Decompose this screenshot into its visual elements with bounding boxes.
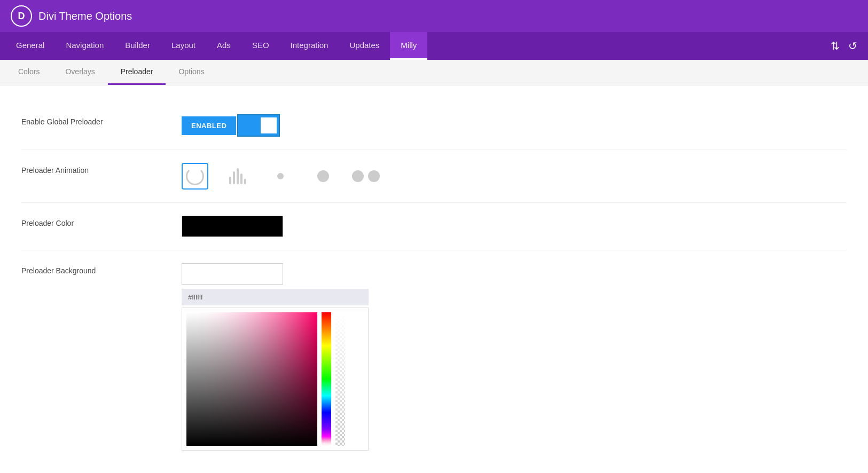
preloader-color-label: Preloader Color xyxy=(21,216,182,227)
toggle-thumb xyxy=(261,117,277,133)
anim-option-dot-double[interactable] xyxy=(353,163,379,190)
subtabs: Colors Overlays Preloader Options xyxy=(0,60,868,85)
nav-icons: ⇅ ↺ xyxy=(825,32,863,60)
setting-row-enable-preloader: Enable Global Preloader ENABLED xyxy=(21,101,847,150)
divi-logo: D xyxy=(11,5,32,27)
nav-item-seo[interactable]: SEO xyxy=(241,32,280,60)
dot-small-icon xyxy=(277,173,284,179)
nav-item-milly[interactable]: Milly xyxy=(390,32,427,60)
color-picker-box xyxy=(182,308,369,451)
color-gradient-area[interactable] xyxy=(186,312,317,446)
preloader-color-control xyxy=(182,216,847,237)
setting-row-animation: Preloader Animation xyxy=(21,150,847,203)
preloader-color-swatch[interactable] xyxy=(182,216,283,237)
alpha-slider[interactable] xyxy=(335,312,345,446)
reset-icon[interactable]: ↺ xyxy=(848,40,857,52)
subtab-overlays[interactable]: Overlays xyxy=(52,60,107,85)
nav-item-builder[interactable]: Builder xyxy=(114,32,161,60)
bar3 xyxy=(237,168,239,184)
toggle-container: ENABLED xyxy=(182,114,847,137)
nav-item-integration[interactable]: Integration xyxy=(280,32,339,60)
dot-double-icon xyxy=(352,170,380,182)
nav-item-updates[interactable]: Updates xyxy=(339,32,390,60)
color-picker-container xyxy=(182,289,847,451)
dot-double-left xyxy=(352,170,364,182)
anim-option-bars[interactable] xyxy=(224,163,251,190)
animation-label: Preloader Animation xyxy=(21,163,182,175)
navbar: General Navigation Builder Layout Ads SE… xyxy=(0,32,868,60)
nav-item-ads[interactable]: Ads xyxy=(206,32,241,60)
nav-item-layout[interactable]: Layout xyxy=(161,32,206,60)
nav-item-general[interactable]: General xyxy=(5,32,55,60)
sort-icon[interactable]: ⇅ xyxy=(831,40,840,52)
bar5 xyxy=(244,179,246,184)
bar1 xyxy=(229,177,231,184)
app-title: Divi Theme Options xyxy=(38,10,132,22)
gradient-dark-overlay xyxy=(186,312,317,446)
enable-preloader-label: Enable Global Preloader xyxy=(21,114,182,126)
nav-item-navigation[interactable]: Navigation xyxy=(55,32,114,60)
enable-preloader-control: ENABLED xyxy=(182,114,847,137)
header: D Divi Theme Options xyxy=(0,0,868,32)
bar2 xyxy=(233,171,235,184)
subtab-colors[interactable]: Colors xyxy=(5,60,52,85)
dot-double-right xyxy=(368,170,380,182)
anim-option-spinner[interactable] xyxy=(182,163,208,190)
animation-options xyxy=(182,163,847,190)
preloader-bg-label: Preloader Background xyxy=(21,263,182,275)
bar4 xyxy=(240,174,243,184)
anim-option-dot-small[interactable] xyxy=(267,163,294,190)
animation-control xyxy=(182,163,847,190)
bars-icon xyxy=(229,168,246,184)
setting-row-preloader-color: Preloader Color xyxy=(21,203,847,250)
setting-row-preloader-bg: Preloader Background xyxy=(21,250,847,463)
toggle-track[interactable] xyxy=(237,114,280,137)
preloader-bg-swatch[interactable] xyxy=(182,263,283,285)
header-logo: D Divi Theme Options xyxy=(11,5,132,27)
spinner-icon xyxy=(186,167,204,185)
dot-large-icon xyxy=(317,170,329,182)
anim-option-dot-large[interactable] xyxy=(310,163,337,190)
preloader-bg-control xyxy=(182,263,847,451)
hue-slider[interactable] xyxy=(322,312,331,446)
nav-spacer xyxy=(427,32,825,60)
color-hex-input[interactable] xyxy=(182,289,369,305)
main-content: Enable Global Preloader ENABLED Preloade… xyxy=(0,85,868,473)
toggle-enabled-button[interactable]: ENABLED xyxy=(182,116,236,135)
subtab-options[interactable]: Options xyxy=(166,60,217,85)
subtab-preloader[interactable]: Preloader xyxy=(108,60,166,85)
